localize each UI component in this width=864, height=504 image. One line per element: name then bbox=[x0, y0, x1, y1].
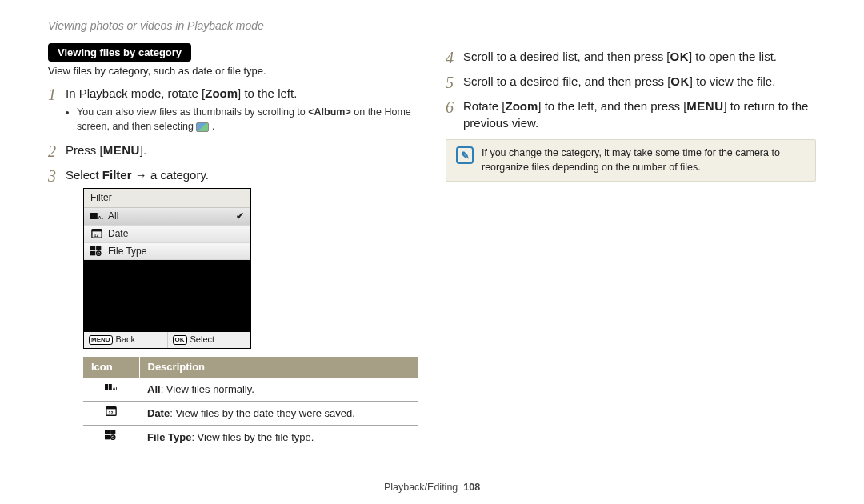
row-rest: : View files by the file type. bbox=[191, 431, 314, 443]
device-blank-area bbox=[84, 260, 250, 332]
step-3: Select Filter → a category. Filter All ✔… bbox=[48, 166, 418, 450]
device-select-label: Select bbox=[190, 334, 215, 346]
step-5-text-a: Scroll to a desired file, and then press… bbox=[463, 74, 670, 88]
row-rest: : View files by the date they were saved… bbox=[170, 407, 355, 419]
th-description: Description bbox=[139, 357, 418, 378]
zoom-label: Zoom bbox=[506, 99, 538, 113]
all-icon bbox=[90, 210, 103, 222]
step-6: Rotate [Zoom] to the left, and then pres… bbox=[446, 98, 816, 131]
check-icon: ✔ bbox=[236, 210, 244, 223]
step-5: Scroll to a desired file, and then press… bbox=[446, 73, 816, 90]
device-row-all: All ✔ bbox=[84, 208, 250, 226]
step-2: Press [MENU]. bbox=[48, 142, 418, 158]
step-4: Scroll to a desired list, and then press… bbox=[446, 48, 816, 65]
date-icon bbox=[90, 228, 103, 239]
filter-device-screenshot: Filter All ✔ Date File Type bbox=[83, 188, 251, 349]
table-row: All: View files normally. bbox=[83, 378, 418, 402]
device-footer: MENU Back OK Select bbox=[84, 332, 250, 347]
device-row-label: All bbox=[108, 210, 118, 223]
row-bold: Date bbox=[147, 407, 170, 419]
row-bold: All bbox=[147, 383, 161, 395]
page-header: Viewing photos or videos in Playback mod… bbox=[48, 0, 816, 43]
device-row-filetype: File Type bbox=[84, 243, 250, 261]
device-back-label: Back bbox=[116, 334, 135, 346]
device-title: Filter bbox=[84, 189, 250, 208]
step-6-text-b: ] to the left, and then press [ bbox=[538, 99, 686, 113]
step-2-text-a: Press [ bbox=[66, 143, 103, 157]
row-rest: : View files normally. bbox=[161, 383, 254, 395]
th-icon: Icon bbox=[83, 357, 139, 378]
ok-button-label: OK bbox=[670, 74, 690, 88]
step-2-text-b: ]. bbox=[140, 143, 146, 157]
step-5-text-b: ] to view the file. bbox=[690, 74, 776, 88]
row-bold: File Type bbox=[147, 431, 191, 443]
bullet-text-a: You can also view files as thumbnails by… bbox=[77, 106, 308, 118]
note-text: If you change the category, it may take … bbox=[482, 146, 806, 174]
menu-button-label: MENU bbox=[686, 99, 723, 113]
date-icon bbox=[105, 406, 118, 417]
steps-left: In Playback mode, rotate [Zoom] to the l… bbox=[48, 85, 418, 450]
menu-button-label: MENU bbox=[103, 143, 140, 157]
section-subtitle: View files by category, such as date or … bbox=[48, 65, 418, 77]
footer-section: Playback/Editing bbox=[384, 482, 458, 493]
device-row-date: Date bbox=[84, 226, 250, 243]
device-back: MENU Back bbox=[84, 332, 168, 347]
filetype-icon bbox=[90, 246, 103, 257]
zoom-label: Zoom bbox=[205, 86, 238, 100]
ok-button-label: OK bbox=[670, 50, 689, 63]
album-label: <Album> bbox=[308, 106, 351, 118]
filetype-icon bbox=[105, 430, 118, 441]
device-select: OK Select bbox=[168, 332, 251, 347]
table-row: Date: View files by the date they were s… bbox=[83, 402, 418, 426]
device-row-label: File Type bbox=[108, 245, 146, 258]
step-1-text-a: In Playback mode, rotate [ bbox=[66, 86, 205, 100]
left-column: Viewing files by category View files by … bbox=[48, 43, 418, 458]
step-6-text-a: Rotate [ bbox=[463, 99, 506, 113]
icon-description-table: Icon Description All: View files normall… bbox=[83, 357, 418, 450]
step-1: In Playback mode, rotate [Zoom] to the l… bbox=[48, 85, 418, 134]
all-icon bbox=[105, 382, 118, 393]
table-row: File Type: View files by the file type. bbox=[83, 426, 418, 450]
menu-pill-icon: MENU bbox=[89, 335, 113, 345]
footer-page-number: 108 bbox=[463, 482, 480, 493]
album-thumb-icon bbox=[196, 122, 209, 132]
steps-right: Scroll to a desired list, and then press… bbox=[446, 48, 816, 131]
step-3-text-a: Select bbox=[66, 168, 102, 182]
step-1-text-b: ] to the left. bbox=[238, 86, 297, 100]
note-box: ✎ If you change the category, it may tak… bbox=[446, 139, 816, 182]
right-column: Scroll to a desired list, and then press… bbox=[446, 43, 816, 458]
note-icon: ✎ bbox=[456, 146, 474, 164]
bullet-text-c: . bbox=[209, 121, 214, 132]
step-1-bullet: You can also view files as thumbnails by… bbox=[77, 105, 418, 134]
ok-pill-icon: OK bbox=[173, 335, 187, 345]
step-3-text-b: → a category. bbox=[132, 168, 209, 182]
step-4-text-b: ] to open the list. bbox=[689, 50, 777, 63]
section-heading: Viewing files by category bbox=[48, 43, 191, 62]
device-row-label: Date bbox=[108, 227, 128, 241]
step-4-text-a: Scroll to a desired list, and then press… bbox=[463, 50, 670, 63]
page-footer: Playback/Editing 108 bbox=[0, 482, 864, 493]
filter-label: Filter bbox=[102, 168, 132, 182]
